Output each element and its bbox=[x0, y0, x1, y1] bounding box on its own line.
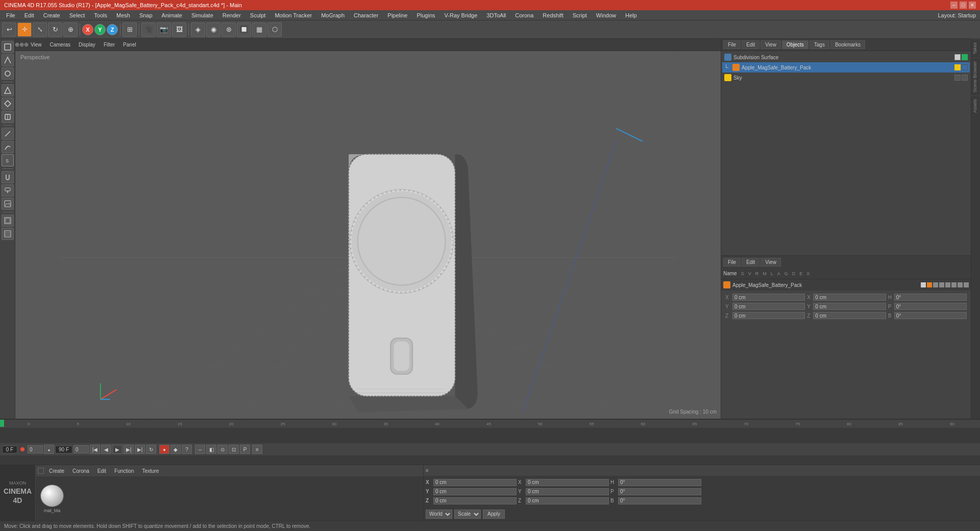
end-frame-input[interactable] bbox=[74, 445, 89, 453]
object-row-subdivision[interactable]: Subdivision Surface bbox=[722, 52, 970, 62]
point-mode-button[interactable] bbox=[2, 67, 14, 80]
wireframe-button[interactable]: ◉ bbox=[206, 22, 220, 37]
attr-field-y-pos[interactable] bbox=[732, 303, 805, 310]
3d-viewport[interactable]: Perspective Grid Spacing : 10 cm bbox=[15, 51, 721, 419]
record-button[interactable] bbox=[18, 445, 27, 453]
menu-render[interactable]: Render bbox=[218, 11, 245, 19]
object-snap-button[interactable]: ⬡ bbox=[267, 22, 282, 37]
rp-tab-objects[interactable]: Objects bbox=[782, 40, 808, 49]
rp-tab-tags[interactable]: Tags bbox=[810, 40, 829, 49]
menu-mograph[interactable]: MoGraph bbox=[317, 11, 349, 19]
undo-button[interactable]: ↩ bbox=[2, 22, 16, 37]
rp-tab-view[interactable]: View bbox=[761, 40, 781, 49]
menu-sculpt[interactable]: Sculpt bbox=[246, 11, 270, 19]
attr-field-x-pos[interactable] bbox=[732, 294, 805, 301]
coord-y2-input[interactable] bbox=[526, 488, 609, 495]
attr-field-x-size[interactable] bbox=[813, 294, 886, 301]
viewport-filter-btn[interactable]: Filter bbox=[101, 41, 118, 48]
frame-input[interactable] bbox=[28, 445, 43, 453]
attr-field-z-pos[interactable] bbox=[732, 312, 805, 319]
fps-button[interactable]: P bbox=[240, 445, 250, 454]
magnet-button[interactable] bbox=[2, 171, 14, 183]
rp-bottom-tab-edit[interactable]: Edit bbox=[742, 258, 760, 267]
side-tab-browser[interactable]: Scene Browser bbox=[971, 58, 980, 95]
render-region-button[interactable]: 📷 bbox=[157, 22, 171, 37]
world-coord-button[interactable]: ⊞ bbox=[122, 22, 137, 37]
grid-button[interactable]: ⊛ bbox=[222, 22, 236, 37]
timeline-play-head[interactable] bbox=[0, 420, 4, 427]
x-axis-button[interactable]: X bbox=[82, 24, 93, 35]
attr-field-p[interactable] bbox=[894, 303, 967, 310]
coord-p-input[interactable] bbox=[618, 488, 701, 495]
mat-edit-btn[interactable]: Edit bbox=[94, 468, 109, 474]
texture-mode-button[interactable] bbox=[2, 54, 14, 66]
object-row-magsafe[interactable]: └ Apple_MagSafe_Battery_Pack bbox=[722, 62, 970, 73]
uv-mode-button[interactable] bbox=[2, 111, 14, 123]
volume-button[interactable] bbox=[2, 214, 14, 227]
menu-create[interactable]: Create bbox=[39, 11, 64, 19]
auto-key-button[interactable]: ⊙ bbox=[217, 445, 228, 454]
rp-tab-file[interactable]: File bbox=[723, 40, 741, 49]
apply-button[interactable]: Apply bbox=[483, 510, 505, 519]
snap-button[interactable]: 🔲 bbox=[237, 22, 251, 37]
viewport-view-btn[interactable]: View bbox=[28, 41, 45, 48]
object-row-sky[interactable]: Sky bbox=[722, 73, 970, 83]
menu-redshift[interactable]: Redshift bbox=[538, 11, 567, 19]
menu-snap[interactable]: Snap bbox=[135, 11, 157, 19]
coord-h-input[interactable] bbox=[618, 479, 701, 486]
loop-button[interactable]: ↻ bbox=[146, 445, 156, 454]
coord-y-input[interactable] bbox=[433, 488, 517, 495]
snapping-button[interactable]: ▦ bbox=[252, 22, 266, 37]
coord-x2-input[interactable] bbox=[526, 479, 609, 486]
coord-world-select[interactable]: World bbox=[426, 510, 452, 519]
display-mode-button[interactable]: ◈ bbox=[191, 22, 205, 37]
menu-corona[interactable]: Corona bbox=[511, 11, 537, 19]
rp-tab-edit[interactable]: Edit bbox=[742, 40, 760, 49]
menu-script[interactable]: Script bbox=[569, 11, 591, 19]
play-button[interactable]: ▶ bbox=[112, 445, 122, 454]
menu-file[interactable]: File bbox=[2, 11, 19, 19]
attr-field-y-size[interactable] bbox=[813, 303, 886, 310]
attr-object-row[interactable]: Apple_MagSafe_Battery_Pack bbox=[721, 279, 971, 291]
coord-z-input[interactable] bbox=[433, 497, 517, 504]
attr-field-b[interactable] bbox=[894, 312, 967, 319]
rp-bottom-tab-view[interactable]: View bbox=[761, 258, 781, 267]
menu-window[interactable]: Window bbox=[592, 11, 620, 19]
menu-motiontracker[interactable]: Motion Tracker bbox=[271, 11, 316, 19]
menu-select[interactable]: Select bbox=[65, 11, 89, 19]
polygon-mode-button[interactable] bbox=[2, 98, 14, 110]
side-tab-assets[interactable]: Assets bbox=[971, 95, 980, 116]
viewport-display-btn[interactable]: Display bbox=[76, 41, 99, 48]
coord-x-input[interactable] bbox=[433, 479, 517, 486]
menu-pipeline[interactable]: Pipeline bbox=[383, 11, 411, 19]
transform-button[interactable]: ⊕ bbox=[63, 22, 78, 37]
z-axis-button[interactable]: Z bbox=[107, 24, 118, 35]
timeline-extra-button[interactable]: ≡ bbox=[252, 445, 262, 454]
move-tool-button[interactable]: ✛ bbox=[17, 22, 32, 37]
step-back-button[interactable]: ◀ bbox=[101, 445, 111, 454]
close-button[interactable]: ✕ bbox=[969, 2, 976, 9]
spline-button[interactable] bbox=[2, 141, 14, 153]
menu-animate[interactable]: Animate bbox=[158, 11, 186, 19]
y-axis-button[interactable]: Y bbox=[94, 24, 106, 35]
menu-plugins[interactable]: Plugins bbox=[412, 11, 439, 19]
menu-tools[interactable]: Tools bbox=[90, 11, 111, 19]
step-forward-button[interactable]: ▶| bbox=[124, 445, 134, 454]
viewport-cameras-btn[interactable]: Cameras bbox=[47, 41, 74, 48]
edge-mode-button[interactable] bbox=[2, 84, 14, 96]
rp-tab-bookmarks[interactable]: Bookmarks bbox=[830, 40, 865, 49]
menu-simulate[interactable]: Simulate bbox=[187, 11, 217, 19]
render-button[interactable]: 🎥 bbox=[141, 22, 156, 37]
question-button[interactable]: ? bbox=[182, 445, 192, 454]
coord-z2-input[interactable] bbox=[526, 497, 609, 504]
rotate-tool-button[interactable]: ↻ bbox=[48, 22, 62, 37]
record-mode-button[interactable]: ● bbox=[159, 445, 169, 454]
curve-button[interactable]: ◧ bbox=[206, 445, 216, 454]
mat-create-btn[interactable]: Create bbox=[46, 468, 67, 474]
side-tab-takes[interactable]: Takes bbox=[971, 39, 980, 58]
maximize-button[interactable]: □ bbox=[960, 2, 967, 9]
play-range-button[interactable]: ⊡ bbox=[229, 445, 239, 454]
attr-field-h[interactable] bbox=[894, 294, 967, 301]
terrain-button[interactable] bbox=[2, 198, 14, 210]
go-to-end-button[interactable]: ▶| bbox=[135, 445, 145, 454]
